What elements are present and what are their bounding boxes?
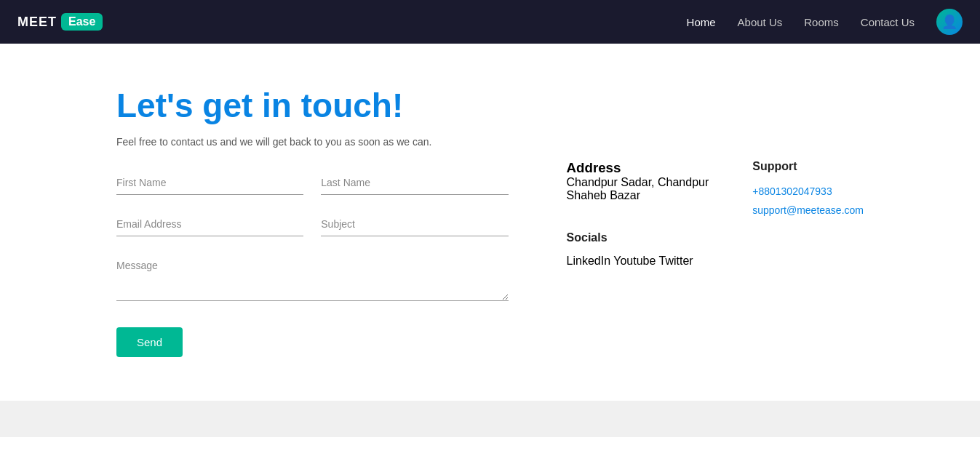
nav-contact[interactable]: Contact Us <box>861 16 915 28</box>
form-section: Let's get in touch! Feel free to contact… <box>116 87 509 357</box>
message-input[interactable] <box>116 254 509 301</box>
brand[interactable]: MEET Ease <box>17 13 103 31</box>
nav-about[interactable]: About Us <box>738 16 783 28</box>
last-name-field <box>321 171 508 195</box>
page-heading: Let's get in touch! <box>116 87 509 124</box>
support-phone[interactable]: +8801302047933 <box>752 183 864 199</box>
linkedin-link[interactable]: LinkedIn <box>567 255 611 267</box>
support-col: Support +8801302047933 support@meetease.… <box>752 160 864 357</box>
address-heading: Address <box>567 160 709 176</box>
first-name-input[interactable] <box>116 171 303 195</box>
email-subject-row <box>116 212 509 236</box>
socials-heading: Socials <box>567 231 709 244</box>
subject-input[interactable] <box>321 212 508 236</box>
page-subtitle: Feel free to contact us and we will get … <box>116 136 509 148</box>
brand-ease: Ease <box>61 13 103 31</box>
subject-field <box>321 212 508 236</box>
nav-rooms[interactable]: Rooms <box>804 16 839 28</box>
address-line1: Chandpur Sadar, Chandpur <box>567 176 709 189</box>
support-heading: Support <box>752 160 864 173</box>
first-name-field <box>116 171 303 195</box>
email-input[interactable] <box>116 212 303 236</box>
nav-links: Home About Us Rooms Contact Us 👤 <box>687 9 963 35</box>
address-block: Address Chandpur Sadar, Chandpur Shaheb … <box>567 160 709 202</box>
socials-block: Socials LinkedIn Youtube Twitter <box>567 231 709 268</box>
navbar: MEET Ease Home About Us Rooms Contact Us… <box>0 0 980 44</box>
twitter-link[interactable]: Twitter <box>659 255 693 267</box>
send-button[interactable]: Send <box>116 327 183 357</box>
address-support-col: Address Chandpur Sadar, Chandpur Shaheb … <box>567 160 709 357</box>
brand-meet: MEET <box>17 15 57 30</box>
name-row <box>116 171 509 195</box>
email-field <box>116 212 303 236</box>
main-content: Let's get in touch! Feel free to contact… <box>0 44 980 401</box>
last-name-input[interactable] <box>321 171 508 195</box>
youtube-link[interactable]: Youtube <box>613 255 656 267</box>
info-section: Address Chandpur Sadar, Chandpur Shaheb … <box>567 87 864 357</box>
user-avatar[interactable]: 👤 <box>936 9 963 35</box>
message-field <box>116 254 509 304</box>
address-line2: Shaheb Bazar <box>567 189 709 202</box>
footer <box>0 401 980 437</box>
nav-home[interactable]: Home <box>687 16 716 28</box>
support-email[interactable]: support@meetease.com <box>752 202 864 218</box>
